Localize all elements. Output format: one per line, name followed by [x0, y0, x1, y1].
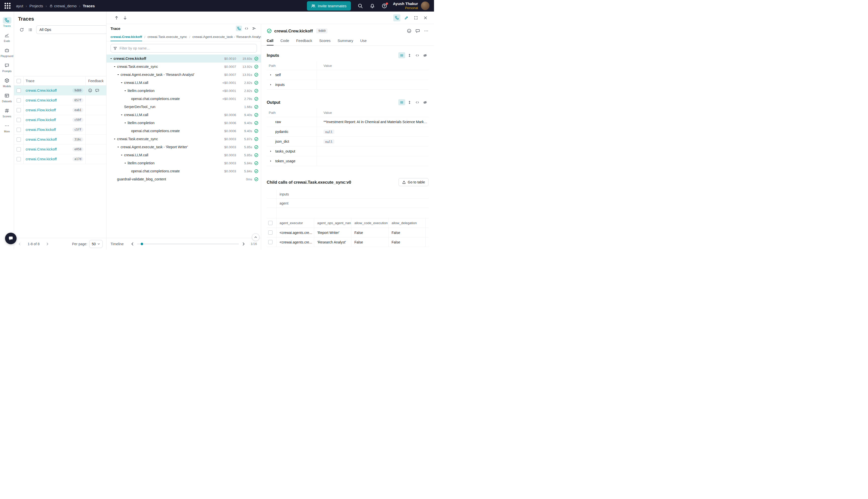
overflow-menu-icon[interactable]: [424, 29, 429, 33]
prev-page-icon[interactable]: [17, 242, 22, 246]
sidebar-item-scorers[interactable]: Scorers: [0, 105, 14, 120]
collapse-caret-icon[interactable]: [112, 64, 116, 69]
inputs-row[interactable]: self: [267, 70, 429, 80]
expand-chevron-icon[interactable]: [269, 149, 273, 153]
row-checkbox[interactable]: [16, 98, 21, 102]
wandb-logo[interactable]: [4, 3, 11, 9]
trace-table-row[interactable]: crewai.Crew.kickoffe058: [14, 145, 106, 154]
output-expand-values-button[interactable]: [406, 99, 413, 105]
trace-table-row[interactable]: crewai.Crew.kickoff9d89: [14, 86, 106, 96]
expand-chevron-icon[interactable]: [269, 73, 273, 77]
avatar[interactable]: [421, 1, 430, 10]
column-settings-button[interactable]: [27, 26, 34, 33]
trace-tree-node[interactable]: openai.chat.completions.create<$0.00012.…: [107, 95, 261, 103]
timeline-slider[interactable]: [137, 242, 239, 246]
help-icon[interactable]: [382, 3, 387, 9]
expand-chevron-icon[interactable]: [269, 83, 273, 87]
collapse-caret-icon[interactable]: [123, 89, 127, 93]
collapse-caret-icon[interactable]: [109, 57, 113, 61]
collapse-caret-icon[interactable]: [123, 161, 127, 165]
output-row[interactable]: pydanticnull: [267, 127, 429, 137]
row-checkbox[interactable]: [16, 127, 21, 132]
trace-link[interactable]: crewai.Crew.kickoff: [26, 147, 57, 151]
row-checkbox[interactable]: [16, 137, 21, 142]
trace-table-row[interactable]: crewai.Crew.kickoff657f: [14, 96, 106, 105]
comment-feedback-icon[interactable]: [95, 88, 99, 93]
select-all-checkbox[interactable]: [268, 221, 273, 225]
inputs-pretty-view-button[interactable]: [398, 52, 405, 58]
next-page-icon[interactable]: [46, 242, 49, 246]
tab-summary[interactable]: Summary: [337, 36, 353, 46]
collapse-caret-icon[interactable]: [112, 137, 116, 141]
path-tab[interactable]: crewai.Agent.execute_task - 'Research An…: [193, 33, 261, 41]
search-icon[interactable]: [358, 3, 363, 9]
output-row[interactable]: tasks_output: [267, 146, 429, 156]
trace-table-row[interactable]: crewai.Flow.kickoffc59f: [14, 115, 106, 125]
output-hide-values-button[interactable]: [422, 99, 429, 105]
trace-tree-node[interactable]: SerperDevTool._run1.66s: [107, 103, 261, 111]
timeline-handle[interactable]: [141, 243, 143, 245]
trace-tree-node[interactable]: crewai.Task.execute_sync$0.00035.87s: [107, 135, 261, 143]
collapse-caret-icon[interactable]: [116, 73, 120, 77]
timeline-prev-icon[interactable]: [130, 242, 135, 246]
flame-view-button[interactable]: [251, 26, 257, 31]
output-row[interactable]: json_dictnull: [267, 137, 429, 146]
tab-feedback[interactable]: Feedback: [296, 36, 312, 46]
tab-use[interactable]: Use: [360, 36, 367, 46]
row-checkbox[interactable]: [16, 118, 21, 122]
sidebar-item-more[interactable]: More: [0, 120, 14, 135]
child-table-row[interactable]: <crewai.agents.cre...'Report Writer'Fals…: [267, 228, 429, 238]
invite-teammates-button[interactable]: Invite teammates: [307, 1, 351, 11]
next-call-button[interactable]: [122, 14, 128, 21]
tab-code[interactable]: Code: [281, 36, 289, 46]
trace-link[interactable]: crewai.Flow.kickoff: [26, 118, 56, 122]
trace-table-row[interactable]: crewai.Flow.kickoffeab1: [14, 105, 106, 115]
per-page-select[interactable]: 50: [89, 240, 103, 248]
close-panel-button[interactable]: [422, 14, 429, 21]
sidebar-item-playground[interactable]: Playground: [0, 45, 14, 60]
code-composition-button[interactable]: [243, 26, 249, 31]
collapse-caret-icon[interactable]: [123, 121, 127, 125]
select-all-checkbox[interactable]: [16, 79, 21, 83]
output-pretty-view-button[interactable]: [398, 99, 405, 105]
trace-tree-node[interactable]: openai.chat.completions.create$0.00069.4…: [107, 127, 261, 135]
inputs-code-view-button[interactable]: [414, 52, 421, 58]
row-checkbox[interactable]: [268, 230, 273, 235]
output-row[interactable]: raw**Investment Report: AI in Chemical a…: [267, 117, 429, 127]
trace-tree-node[interactable]: crewai.Crew.kickoff$0.001019.83s: [107, 54, 261, 63]
trace-table-row[interactable]: crewai.Crew.kickoffa17d: [14, 154, 106, 164]
trace-tree-node[interactable]: litellm.completion<$0.00012.82s: [107, 87, 261, 95]
sidebar-item-models[interactable]: Models: [0, 75, 14, 90]
trace-tree-node[interactable]: guardrail-validate_blog_content0ms: [107, 175, 261, 183]
child-table-row[interactable]: <crewai.agents.cre...'Research Analyst'F…: [267, 238, 429, 247]
refresh-button[interactable]: [18, 26, 25, 33]
row-checkbox[interactable]: [16, 157, 21, 161]
comment-icon[interactable]: [416, 29, 420, 33]
trace-tree-node[interactable]: crewai.Task.execute_sync$0.000713.92s: [107, 63, 261, 71]
trace-link[interactable]: crewai.Crew.kickoff: [26, 157, 57, 161]
trace-link[interactable]: crewai.Crew.kickoff: [26, 137, 57, 142]
tab-scores[interactable]: Scores: [319, 36, 331, 46]
emoji-feedback-icon[interactable]: [407, 29, 411, 33]
inputs-row[interactable]: inputs: [267, 80, 429, 90]
fullscreen-button[interactable]: [412, 14, 419, 21]
trace-tree-node[interactable]: crewai.Agent.execute_task - 'Report Writ…: [107, 143, 261, 151]
timeline-next-icon[interactable]: [241, 242, 246, 246]
trace-link[interactable]: crewai.Crew.kickoff: [26, 88, 57, 93]
tree-layout-button[interactable]: [236, 26, 242, 31]
trace-table-row[interactable]: crewai.Crew.kickoff316c: [14, 135, 106, 145]
trace-tree-node[interactable]: litellm.completion$0.00069.40s: [107, 119, 261, 127]
row-checkbox[interactable]: [268, 240, 273, 244]
inputs-expand-values-button[interactable]: [406, 52, 413, 58]
sidebar-item-datasets[interactable]: Datasets: [0, 90, 14, 105]
path-tab[interactable]: crewai.Task.execute_sync: [147, 33, 187, 41]
chat-bubble-button[interactable]: [5, 233, 16, 244]
trace-tree-node[interactable]: litellm.completion$0.00035.84s: [107, 159, 261, 167]
row-checkbox[interactable]: [16, 147, 21, 151]
go-to-table-button[interactable]: Go to table: [399, 178, 429, 186]
breadcrumb-item[interactable]: Traces: [83, 4, 95, 8]
trace-link[interactable]: crewai.Crew.kickoff: [26, 98, 57, 102]
path-tab[interactable]: crewai.Crew.kickoff: [111, 33, 142, 41]
inputs-hide-values-button[interactable]: [422, 52, 429, 58]
emoji-feedback-icon[interactable]: [88, 88, 92, 93]
